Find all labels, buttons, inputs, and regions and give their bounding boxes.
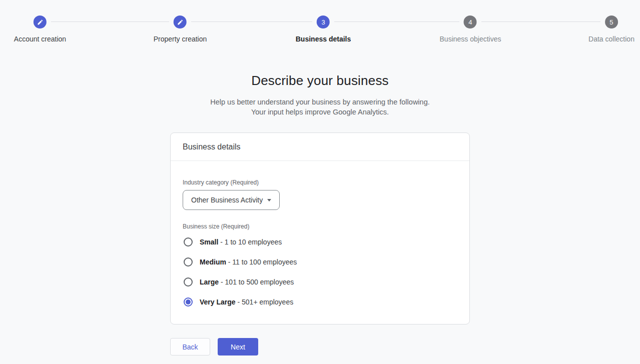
step-number-badge: 4	[464, 16, 477, 28]
radio-option-small[interactable]: Small - 1 to 10 employees	[183, 232, 457, 252]
wizard-actions: Back Next	[170, 338, 470, 356]
setup-stepper: Account creation Property creation 3 Bus…	[0, 0, 640, 50]
industry-category-label: Industry category (Required)	[183, 179, 457, 186]
radio-option-large[interactable]: Large - 101 to 500 employees	[183, 272, 457, 292]
business-details-card: Business details Industry category (Requ…	[170, 132, 470, 324]
step-label: Business objectives	[440, 35, 501, 43]
radio-option-very-large[interactable]: Very Large - 501+ employees	[183, 292, 457, 312]
step-label: Account creation	[14, 35, 66, 43]
stepper-connector	[51, 22, 169, 22]
next-button[interactable]: Next	[218, 338, 258, 356]
step-number-badge: 5	[605, 16, 618, 28]
page-subtitle: Help us better understand your business …	[170, 97, 470, 117]
radio-icon[interactable]	[184, 238, 193, 246]
radio-icon[interactable]	[184, 258, 193, 266]
step-number: 3	[321, 18, 325, 26]
pencil-icon[interactable]	[34, 16, 47, 28]
subtitle-line-1: Help us better understand your business …	[170, 97, 470, 107]
chevron-down-icon	[267, 199, 271, 202]
step-number: 4	[468, 18, 472, 26]
step-label: Business details	[296, 35, 351, 43]
radio-option-label: Small - 1 to 10 employees	[200, 238, 282, 246]
card-title: Business details	[171, 133, 469, 161]
business-size-radio-group: Small - 1 to 10 employees Medium - 11 to…	[183, 232, 457, 312]
page-title: Describe your business	[170, 73, 470, 88]
step-business-objectives: 4 Business objectives	[440, 16, 501, 43]
dropdown-value: Other Business Activity	[191, 196, 263, 204]
pencil-icon[interactable]	[174, 16, 187, 28]
step-label: Data collection	[588, 35, 634, 43]
stepper-connector	[191, 22, 312, 22]
step-number: 5	[609, 18, 613, 26]
radio-icon[interactable]	[184, 298, 193, 306]
step-data-collection: 5 Data collection	[588, 16, 634, 43]
radio-option-medium[interactable]: Medium - 11 to 100 employees	[183, 252, 457, 272]
business-size-label: Business size (Required)	[183, 223, 457, 230]
back-button[interactable]: Back	[170, 338, 210, 356]
step-property-creation[interactable]: Property creation	[154, 16, 207, 43]
step-number-badge: 3	[317, 16, 330, 28]
radio-option-label: Medium - 11 to 100 employees	[200, 258, 297, 266]
radio-icon[interactable]	[184, 278, 193, 286]
step-business-details: 3 Business details	[296, 16, 351, 43]
radio-option-label: Very Large - 501+ employees	[200, 298, 293, 306]
industry-category-dropdown[interactable]: Other Business Activity	[183, 190, 280, 210]
radio-option-label: Large - 101 to 500 employees	[200, 278, 294, 286]
step-label: Property creation	[154, 35, 207, 43]
subtitle-line-2: Your input helps improve Google Analytic…	[170, 107, 470, 117]
step-account-creation[interactable]: Account creation	[14, 16, 66, 43]
